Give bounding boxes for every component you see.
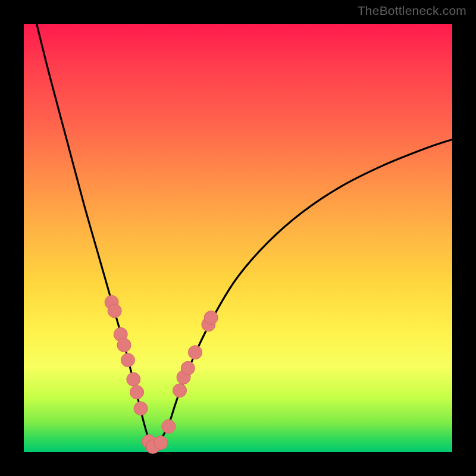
data-dot bbox=[134, 402, 148, 415]
data-dot bbox=[108, 304, 121, 318]
data-dot bbox=[162, 419, 176, 433]
plot-area bbox=[24, 24, 452, 452]
data-dot bbox=[130, 386, 144, 399]
data-dot bbox=[127, 372, 140, 386]
dots-group bbox=[105, 295, 218, 453]
data-dot bbox=[117, 338, 131, 352]
data-dot bbox=[173, 384, 187, 397]
data-dot bbox=[154, 436, 168, 450]
curve-right-branch bbox=[152, 139, 452, 447]
watermark-text: TheBottleneck.com bbox=[358, 4, 466, 18]
chart-svg bbox=[24, 24, 452, 452]
chart-frame: TheBottleneck.com bbox=[0, 0, 476, 476]
data-dot bbox=[121, 353, 134, 367]
data-dot bbox=[181, 361, 195, 375]
data-dot bbox=[188, 346, 202, 359]
data-dot bbox=[204, 311, 218, 324]
